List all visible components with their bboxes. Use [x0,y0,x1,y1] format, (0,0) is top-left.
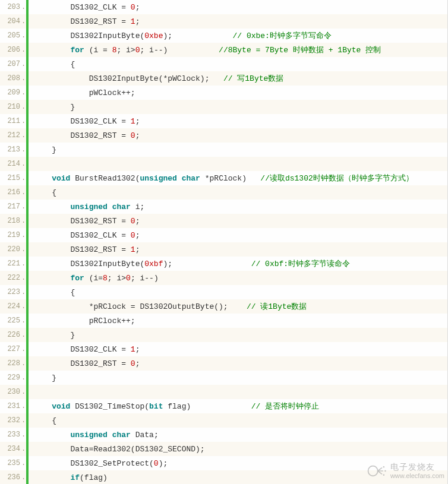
change-marker [26,413,29,428]
line-dot: . [21,74,26,83]
line-number: 210 [0,103,21,111]
token-num: 1 [131,245,135,254]
token-num: 0 [131,359,135,368]
code-line: 232. { [0,413,447,428]
code-content[interactable]: { [33,188,447,197]
code-content[interactable]: DS1302_RST = 0; [33,131,447,140]
line-number: 212 [0,131,21,140]
code-content[interactable]: } [33,145,447,154]
line-dot: . [21,203,26,211]
change-marker [26,342,29,356]
line-number: 226 [0,331,21,339]
line-number: 236 [0,473,21,482]
code-line: 220. DS1302_RST = 1; [0,242,447,257]
change-marker [26,371,29,385]
line-dot: . [21,473,26,482]
code-content[interactable]: } [33,374,447,382]
token-num: 1 [131,17,135,26]
line-number: 203 [0,3,21,11]
code-content[interactable]: unsigned char i; [33,203,447,211]
code-content[interactable]: DS1302_RST = 0; [33,359,447,368]
change-marker [26,0,29,14]
code-line: 231. void DS1302_TimeStop(bit flag) // 是… [0,399,447,413]
token-comment: //读取ds1302时钟数据（时钟多字节方式） [260,174,413,183]
code-line: 214. [0,157,447,171]
line-number: 214 [0,160,21,168]
change-marker [26,271,29,285]
token-num: 0 [131,3,135,12]
code-content[interactable]: DS1302InputByte(0xbe); // 0xbe:时钟多字节写命令 [33,30,447,41]
code-content[interactable]: DS1302_CLK = 1; [33,345,447,354]
code-line: 219. DS1302_CLK = 0; [0,228,447,242]
token-num: 0 [135,46,140,55]
code-content[interactable]: { [33,288,447,297]
code-content[interactable]: for (i = 8; i>0; i--) //8Byte = 7Byte 时钟… [33,45,447,55]
line-dot: . [21,317,26,325]
code-content[interactable]: } [33,103,447,112]
code-content[interactable]: Data=Read1302(DS1302_SECOND); [33,445,447,454]
token-num: 0 [131,131,135,140]
code-line: 207. { [0,57,447,71]
code-content[interactable]: DS1302_RST = 0; [33,217,447,226]
code-line: 205. DS1302InputByte(0xbe); // 0xbe:时钟多字… [0,29,447,43]
change-marker [26,200,29,214]
code-content[interactable]: } [33,331,447,340]
code-content[interactable]: void BurstRead1302(unsigned char *pRCloc… [33,173,447,184]
code-content[interactable]: DS1302InputByte(0xbf); // 0xbf:时钟多字节读命令 [33,258,447,269]
code-line: 227. DS1302_CLK = 1; [0,342,447,356]
code-line: 217. unsigned char i; [0,200,447,214]
code-content[interactable]: *pRClock = DS1302OutputByte(); // 读1Byte… [33,301,447,312]
code-content[interactable]: { [33,60,447,69]
change-marker [26,257,29,271]
change-marker [26,456,29,470]
code-content[interactable]: DS1302InputByte(*pWClock); // 写1Byte数据 [33,73,447,84]
line-dot: . [21,17,26,26]
change-marker [26,86,29,100]
code-line: 221. DS1302InputByte(0xbf); // 0xbf:时钟多字… [0,257,447,271]
code-line: 206. for (i = 8; i>0; i--) //8Byte = 7By… [0,43,447,57]
token-num: 0 [131,217,135,226]
token-keyword: bit [149,402,163,411]
code-content[interactable]: DS1302_RST = 1; [33,17,447,26]
token-comment: // 0xbe:时钟多字节写命令 [233,31,332,40]
code-line: 234. Data=Read1302(DS1302_SECOND); [0,442,447,456]
code-content[interactable]: pRClock++; [33,317,447,325]
line-dot: . [21,217,26,225]
change-marker [26,356,29,371]
code-content[interactable]: DS1302_CLK = 1; [33,117,447,126]
change-marker [26,228,29,242]
token-keyword: char [112,431,131,439]
change-marker [26,385,29,399]
code-content[interactable]: { [33,416,447,425]
code-line: 216. { [0,185,447,200]
line-number: 230 [0,388,21,396]
change-marker [26,100,29,114]
code-content[interactable]: for (i=8; i>0; i--) [33,274,447,283]
change-marker [26,14,29,29]
token-num: 0xbe [144,31,163,40]
line-dot: . [21,459,26,467]
change-marker [26,185,29,200]
line-dot: . [21,145,26,154]
line-number: 223 [0,288,21,296]
change-marker [26,285,29,299]
code-line: 210. } [0,100,447,114]
watermark-icon [367,463,387,479]
change-marker [26,328,29,342]
code-content[interactable]: void DS1302_TimeStop(bit flag) // 是否将时钟停… [33,401,447,412]
line-dot: . [21,88,26,97]
token-comment: // 是否将时钟停止 [251,402,319,411]
line-number: 229 [0,374,21,382]
line-dot: . [21,445,26,453]
code-content[interactable]: DS1302_CLK = 0; [33,231,447,240]
code-content[interactable]: unsigned char Data; [33,431,447,439]
line-number: 224 [0,302,21,311]
code-content[interactable]: pWClock++; [33,88,447,97]
code-content[interactable]: DS1302_RST = 1; [33,245,447,254]
line-number: 213 [0,145,21,154]
svg-point-0 [383,466,385,468]
line-number: 208 [0,74,21,83]
token-keyword: if [70,473,80,482]
code-line: 233. unsigned char Data; [0,428,447,442]
code-content[interactable]: DS1302_CLK = 0; [33,3,447,12]
